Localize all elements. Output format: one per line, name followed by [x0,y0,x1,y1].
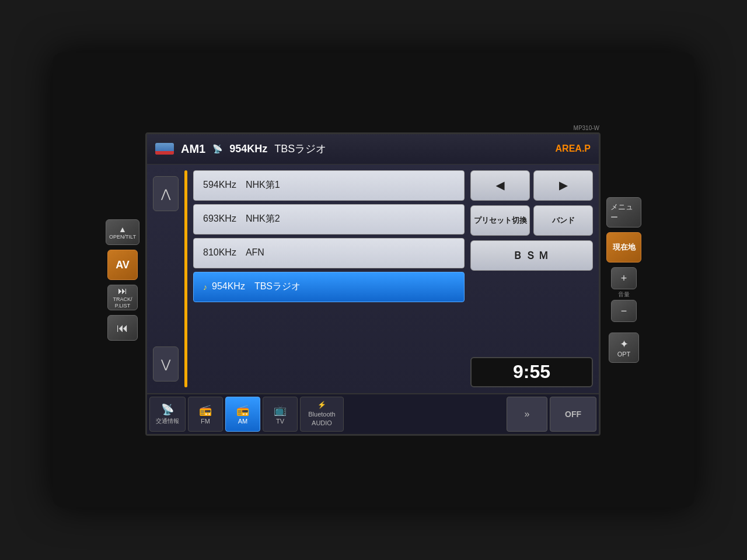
tab-fm[interactable]: 📻 FM [188,397,223,432]
clock-display: 9:55 [470,357,593,387]
station-item-2[interactable]: 693KHz NHK第2 [193,204,465,235]
station-list: 594KHz NHK第1 693KHz NHK第2 810KHz AFN ♪ 9… [193,170,465,387]
volume-up-button[interactable]: + [611,267,637,289]
header-bar: AM1 📡 954KHz TBSラジオ AREA.P [147,134,599,164]
scroll-up-button[interactable]: ⋀ [153,176,179,211]
am-radio-icon: 📻 [236,404,249,416]
mode-label: AM1 [181,142,205,156]
volume-label: 音量 [618,290,630,299]
preset-band-row: プリセット切換 バンド [470,205,593,236]
menu-button[interactable]: メニュー [606,197,641,228]
tv-icon: 📺 [274,404,287,416]
radio-icon [155,143,174,155]
tab-bluetooth[interactable]: ⚡ BluetoothAUDIO [300,397,344,432]
model-label: MP310-W [145,125,601,131]
scroll-controls: ⋀ ⋁ [153,170,179,387]
header-frequency: 954KHz [229,143,267,155]
right-panel: ◀ ▶ プリセット切換 バンド ＢＳＭ 9:55 [470,170,593,387]
tab-forward-button[interactable]: » [507,397,547,432]
main-screen: AM1 📡 954KHz TBSラジオ AREA.P ⋀ ⋁ [145,132,601,436]
area-label: AREA.P [556,144,591,154]
station-item-3[interactable]: 810KHz AFN [193,238,465,268]
current-location-button[interactable]: 現在地 [606,232,641,262]
tab-bar: 📡 交通情報 📻 FM 📻 AM 📺 TV ⚡ BluetoothA [147,393,599,434]
tab-tv-label: TV [276,418,284,425]
scroll-down-button[interactable]: ⋁ [153,346,179,382]
tab-traffic-label: 交通情報 [156,417,179,425]
tab-traffic[interactable]: 📡 交通情報 [149,397,186,432]
opt-button[interactable]: ✦ OPT [609,332,639,363]
left-button-panel: ▲ OPEN/TILT AV ⏭ TRACK/P.LIST ⏮ [106,219,139,341]
station-item-4[interactable]: ♪ 954KHz TBSラジオ [193,272,465,302]
tab-spacer [346,397,504,432]
antenna-icon: 📡 [212,144,222,153]
selection-bar [184,170,187,387]
station-item-1[interactable]: 594KHz NHK第1 [193,170,465,201]
fm-radio-icon: 📻 [199,404,212,416]
header-station: TBSラジオ [274,142,326,156]
screen-container: MP310-W AM1 📡 954KHz TBSラジオ AREA.P ⋀ ⋁ [145,125,601,436]
tab-off-button[interactable]: OFF [550,397,596,432]
music-note-icon: ♪ [203,282,207,292]
open-tilt-button[interactable]: ▲ OPEN/TILT [106,219,139,245]
tab-bluetooth-label: BluetoothAUDIO [308,410,335,427]
band-button[interactable]: バンド [533,205,593,236]
bluetooth-icon: ⚡ [317,401,326,409]
car-unit: ▲ OPEN/TILT AV ⏭ TRACK/P.LIST ⏮ MP310-W … [53,52,694,508]
tab-fm-label: FM [201,418,210,425]
tab-am-label: AM [238,418,248,425]
prev-station-button[interactable]: ◀ [470,170,530,201]
tab-tv[interactable]: 📺 TV [263,397,298,432]
av-button[interactable]: AV [107,250,138,280]
main-content: ⋀ ⋁ 594KHz NHK第1 693KHz NHK第2 810KHz [147,164,599,393]
prev-next-row: ◀ ▶ [470,170,593,201]
prev-button[interactable]: ⏮ [107,315,138,341]
preset-switch-button[interactable]: プリセット切換 [470,205,530,236]
bsm-button[interactable]: ＢＳＭ [470,240,593,271]
volume-down-button[interactable]: − [611,300,637,322]
right-button-panel: メニュー 現在地 + 音量 − ✦ OPT [606,197,641,363]
tab-am[interactable]: 📻 AM [225,397,260,432]
track-plist-button[interactable]: ⏭ TRACK/P.LIST [107,285,138,310]
next-station-button[interactable]: ▶ [533,170,593,201]
left-panel: ⋀ ⋁ 594KHz NHK第1 693KHz NHK第2 810KHz [153,170,465,387]
traffic-icon: 📡 [161,403,174,416]
